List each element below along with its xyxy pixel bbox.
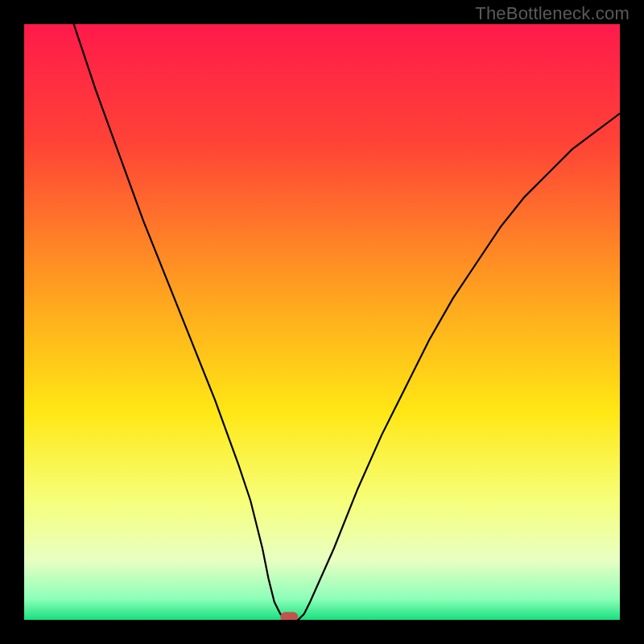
watermark-text: TheBottleneck.com bbox=[475, 3, 630, 24]
chart-svg bbox=[24, 24, 620, 620]
plot-area bbox=[24, 24, 620, 620]
chart-frame: TheBottleneck.com bbox=[0, 0, 644, 644]
minimum-marker bbox=[280, 612, 298, 620]
gradient-background bbox=[24, 24, 620, 620]
